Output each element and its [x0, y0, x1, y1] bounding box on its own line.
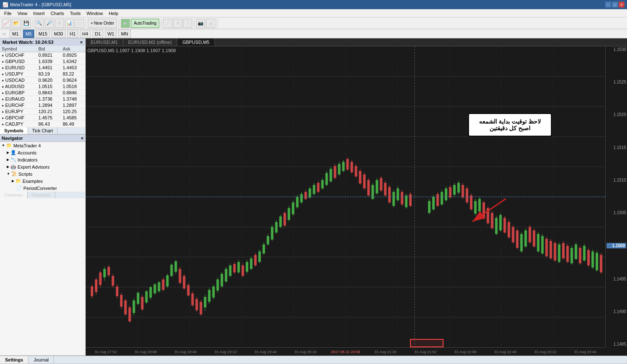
svg-rect-228 — [541, 236, 544, 253]
nav-period-converter[interactable]: 📄 PeriodConverter — [0, 185, 85, 192]
market-row[interactable]: ● GBPCHF 1.4575 1.4585 — [0, 115, 85, 121]
col-symbol: Symbol — [0, 46, 37, 52]
svg-rect-100 — [258, 251, 261, 262]
tf-m30[interactable]: M30 — [51, 30, 65, 38]
tab-tick-chart[interactable]: Tick Chart — [28, 127, 58, 134]
crosshair-tool[interactable]: ✛ — [173, 19, 182, 28]
chart-canvas[interactable]: GBPUSD,M5 1.1907 1.1908 1.1907 1.1908 — [86, 46, 627, 356]
new-order-button[interactable]: + New Order — [88, 19, 117, 28]
nav-expert-advisors[interactable]: ▶ 🤖 Expert Advisors — [0, 163, 85, 170]
tester-tab-journal[interactable]: Journal — [28, 356, 54, 364]
svg-rect-150 — [363, 174, 366, 189]
svg-rect-108 — [275, 222, 278, 233]
market-watch-close[interactable]: × — [80, 40, 83, 45]
time-axis: 31 Aug 17:52 31 Aug 18:08 31 Aug 18:40 3… — [86, 347, 605, 356]
market-row[interactable]: ● AUDUSD 1.0515 1.0518 — [0, 83, 85, 90]
svg-rect-40 — [133, 301, 135, 313]
nav-tab-common[interactable]: Common — [0, 192, 28, 198]
market-row[interactable]: ● USDJPY 83.19 83.22 — [0, 71, 85, 77]
tf-mn[interactable]: MN — [118, 30, 130, 38]
line-tool[interactable]: ╱ — [163, 19, 172, 28]
market-row[interactable]: ● USDCHF 0.8921 0.8925 — [0, 52, 85, 58]
svg-rect-214 — [512, 227, 514, 243]
svg-rect-52 — [158, 282, 160, 291]
period-sep-button[interactable]: ⏐ — [183, 19, 192, 28]
market-row[interactable]: ● EURUSD 1.4451 1.4453 — [0, 65, 85, 71]
chart-properties-button[interactable]: ⚙ — [55, 19, 64, 28]
menu-view[interactable]: View — [15, 9, 30, 17]
menu-charts[interactable]: Charts — [48, 9, 66, 17]
zoom-in-button[interactable]: 🔍 — [35, 19, 44, 28]
svg-rect-46 — [145, 291, 148, 303]
chart-shift-button[interactable]: |◀ — [2, 32, 5, 36]
svg-rect-250 — [587, 250, 590, 265]
open-button[interactable]: 📂 — [12, 19, 21, 28]
svg-rect-180 — [441, 192, 443, 205]
chart-tab-eurusd-m2[interactable]: EURUSD,M2 (offline) — [123, 38, 177, 46]
nav-metatrader4[interactable]: ▼ 📁 MetaTrader 4 — [0, 142, 85, 149]
nav-tree: ▼ 📁 MetaTrader 4 ▶ 👤 Accounts ▶ 📉 Indica… — [0, 142, 85, 192]
svg-rect-90 — [237, 262, 240, 272]
svg-rect-144 — [351, 162, 353, 172]
nav-account-expand: ▶ — [7, 151, 9, 154]
navigator-close[interactable]: × — [81, 136, 84, 141]
objects-button[interactable]: ◻ — [75, 19, 84, 28]
market-row[interactable]: ● EURGBP 0.8843 0.8846 — [0, 90, 85, 96]
bid-cell: 1.2894 — [37, 102, 61, 109]
market-row[interactable]: ● EURCHF 1.2894 1.2897 — [0, 102, 85, 109]
nav-accounts[interactable]: ▶ 👤 Accounts — [0, 149, 85, 156]
tf-m1[interactable]: M1 — [10, 30, 21, 38]
nav-examples-icon: 📁 — [15, 178, 21, 184]
market-row[interactable]: ● EURJPY 120.21 120.25 — [0, 109, 85, 115]
menu-insert[interactable]: Insert — [31, 9, 47, 17]
svg-rect-30 — [112, 276, 114, 286]
svg-rect-222 — [529, 227, 531, 243]
tf-h1[interactable]: H1 — [67, 30, 78, 38]
symbol-cell: ● EURUSD — [0, 65, 37, 71]
save-button[interactable]: 💾 — [22, 19, 31, 28]
minimize-button[interactable]: − — [605, 2, 611, 8]
market-watch-tabs: Symbols Tick Chart — [0, 127, 85, 134]
market-row[interactable]: ● CADJPY 86.43 86.49 — [0, 121, 85, 127]
nav-examples[interactable]: ▶ 📁 Examples — [0, 177, 85, 185]
menu-tools[interactable]: Tools — [67, 9, 83, 17]
nav-scripts[interactable]: ▼ 📜 Scripts — [0, 170, 85, 177]
chart-area: EURUSD,M1 EURUSD,M2 (offline) GBPUSD,M5 … — [86, 38, 627, 356]
window-controls[interactable]: − □ × — [605, 2, 624, 8]
menu-help[interactable]: Help — [106, 9, 121, 17]
nav-folder-icon: 📁 — [6, 143, 12, 148]
svg-rect-134 — [329, 169, 332, 181]
nav-expand-icon: ▼ — [2, 144, 5, 147]
chart-tab-gbpusd-m5[interactable]: GBPUSD,M5 — [177, 38, 215, 46]
nav-indicators[interactable]: ▶ 📉 Indicators — [0, 156, 85, 163]
autotrading-button[interactable]: AutoTrading — [131, 19, 159, 28]
tf-m5[interactable]: M5 — [23, 30, 34, 38]
new-chart-button[interactable]: 📈 — [2, 19, 11, 28]
tf-h4[interactable]: H4 — [80, 30, 91, 38]
nav-tab-favorites[interactable]: Favorites — [28, 192, 55, 198]
svg-rect-152 — [367, 180, 370, 195]
close-button[interactable]: × — [619, 2, 624, 8]
zoom-out-button[interactable]: 🔎 — [45, 19, 54, 28]
svg-rect-254 — [596, 253, 598, 270]
market-row[interactable]: ● GBPUSD 1.6339 1.6342 — [0, 58, 85, 65]
tester-tab-settings[interactable]: Settings — [0, 356, 28, 364]
autotrading-toggle[interactable]: ▶ — [121, 19, 130, 28]
col-bid: Bid — [37, 46, 61, 52]
print-button[interactable]: 🖨 — [206, 19, 215, 28]
menu-window[interactable]: Window — [84, 9, 105, 17]
maximize-button[interactable]: □ — [612, 2, 618, 8]
chart-tab-eurusd-m1[interactable]: EURUSD,M1 — [86, 38, 123, 46]
indicators-button[interactable]: 📊 — [65, 19, 74, 28]
tab-symbols[interactable]: Symbols — [0, 127, 28, 134]
screenshot-button[interactable]: 📷 — [196, 19, 205, 28]
market-row[interactable]: ● USDCAD 0.9620 0.9624 — [0, 77, 85, 83]
tf-d1[interactable]: D1 — [92, 30, 103, 38]
menu-file[interactable]: File — [2, 9, 14, 17]
ask-cell: 1.0518 — [61, 83, 85, 90]
tf-m15[interactable]: M15 — [36, 30, 50, 38]
market-row[interactable]: ● EURAUD 1.3736 1.3748 — [0, 96, 85, 102]
bid-cell: 1.4575 — [37, 115, 61, 121]
tf-w1[interactable]: W1 — [105, 30, 117, 38]
svg-rect-26 — [103, 269, 106, 277]
